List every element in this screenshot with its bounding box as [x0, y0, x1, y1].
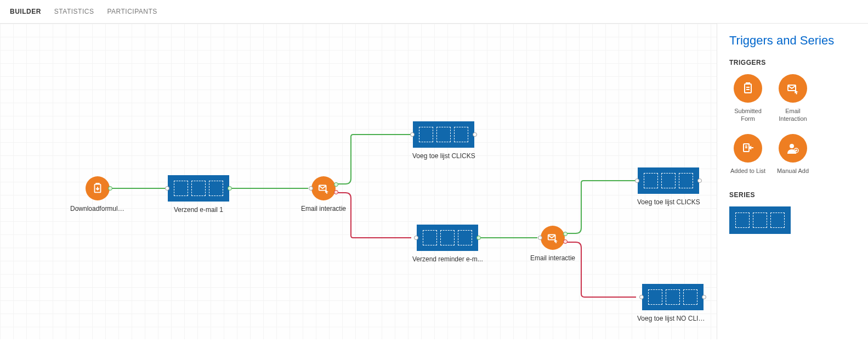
trigger-email-interaction[interactable]: Email Interaction: [774, 74, 812, 123]
trigger-label: Added to List: [729, 167, 767, 175]
node-email-interaction-2[interactable]: Email interactie: [525, 226, 580, 262]
node-email-interaction-1[interactable]: Email interactie: [296, 176, 351, 213]
trigger-manual-add[interactable]: Manual Add: [774, 134, 812, 175]
series-box: [168, 175, 229, 202]
node-label: Voeg toe lijst NO CLIC...: [637, 315, 708, 322]
workflow-canvas[interactable]: Downloadformulier Verzend e-mail 1 Email…: [0, 24, 717, 339]
trigger-added-to-list[interactable]: Added to List: [729, 134, 767, 175]
trigger-submitted-form[interactable]: Submitted Form: [729, 74, 767, 123]
series-box: [417, 225, 478, 251]
node-add-list-clicks-2[interactable]: Voeg toe lijst CLICKS: [637, 167, 700, 206]
node-label: Verzend e-mail 1: [168, 206, 229, 214]
triggers-grid: Submitted Form Email Interaction Added t…: [729, 74, 856, 175]
sidebar-title: Triggers and Series: [729, 33, 856, 48]
node-label: Voeg toe lijst CLICKS: [637, 198, 700, 206]
series-slot: [735, 213, 750, 228]
node-label: Verzend reminder e-m...: [412, 255, 483, 263]
email-cursor-icon: [779, 74, 807, 103]
clipboard-icon: [734, 74, 762, 103]
trigger-label: Manual Add: [774, 167, 812, 175]
email-cursor-icon: [311, 176, 336, 200]
series-box: [413, 121, 474, 148]
series-box: [638, 167, 699, 194]
node-add-list-clicks-1[interactable]: Voeg toe lijst CLICKS: [412, 121, 475, 160]
series-template[interactable]: [729, 206, 791, 234]
series-box: [642, 284, 704, 310]
sidebar: Triggers and Series TRIGGERS Submitted F…: [717, 24, 868, 339]
svg-point-10: [790, 144, 794, 148]
node-label: Voeg toe lijst CLICKS: [412, 152, 475, 160]
list-arrow-icon: [734, 134, 762, 163]
node-download-form[interactable]: Downloadformulier: [70, 176, 125, 213]
node-label: Email interactie: [296, 205, 351, 213]
trigger-label: Submitted Form: [729, 107, 767, 123]
series-slot: [753, 213, 767, 228]
series-slot: [770, 213, 785, 228]
clipboard-download-icon: [86, 176, 110, 200]
series-heading: SERIES: [729, 191, 856, 199]
node-label: Downloadformulier: [70, 205, 125, 213]
node-send-email-1[interactable]: Verzend e-mail 1: [168, 175, 229, 214]
svg-rect-3: [745, 84, 751, 93]
tabs-bar: BUILDER STATISTICS PARTICIPANTS: [0, 0, 868, 24]
main-content: Downloadformulier Verzend e-mail 1 Email…: [0, 24, 868, 339]
node-label: Email interactie: [525, 254, 580, 262]
triggers-heading: TRIGGERS: [729, 59, 856, 66]
node-add-list-no-clicks[interactable]: Voeg toe lijst NO CLIC...: [637, 284, 708, 322]
tab-participants[interactable]: PARTICIPANTS: [107, 8, 157, 15]
user-plus-icon: [779, 134, 807, 163]
node-send-reminder[interactable]: Verzend reminder e-m...: [412, 225, 483, 263]
trigger-label: Email Interaction: [774, 107, 812, 123]
tab-builder[interactable]: BUILDER: [10, 8, 41, 15]
tab-statistics[interactable]: STATISTICS: [54, 8, 94, 15]
email-cursor-icon: [541, 226, 565, 250]
